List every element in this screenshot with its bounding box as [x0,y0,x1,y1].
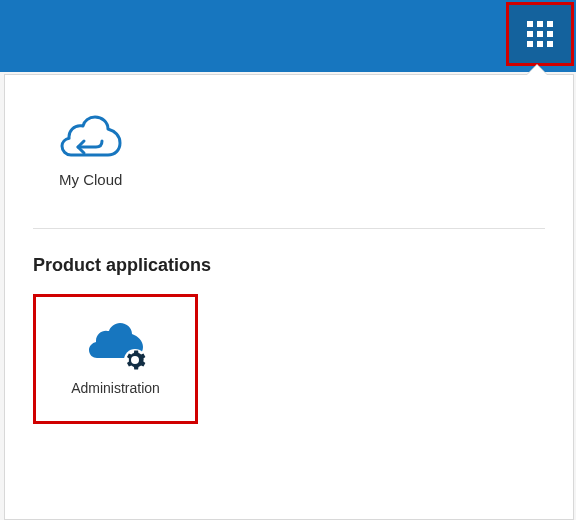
cloud-arrow-icon [60,115,122,157]
app-tile-administration[interactable]: Administration [33,294,198,424]
header-bar [0,0,576,72]
panel-pointer [527,65,547,75]
app-switcher-panel: My Cloud Product applications Administra… [4,74,574,520]
apps-grid-icon [527,21,553,47]
apps-row: Administration [5,294,573,424]
app-tile-label: Administration [71,380,160,396]
gear-icon [123,348,147,372]
cloud-gear-icon [87,322,145,366]
quick-access-label: My Cloud [59,171,122,188]
product-applications-title: Product applications [5,229,573,294]
app-switcher-button[interactable] [506,2,574,66]
quick-access-my-cloud[interactable]: My Cloud [33,115,148,188]
quick-access-section: My Cloud [5,75,573,228]
